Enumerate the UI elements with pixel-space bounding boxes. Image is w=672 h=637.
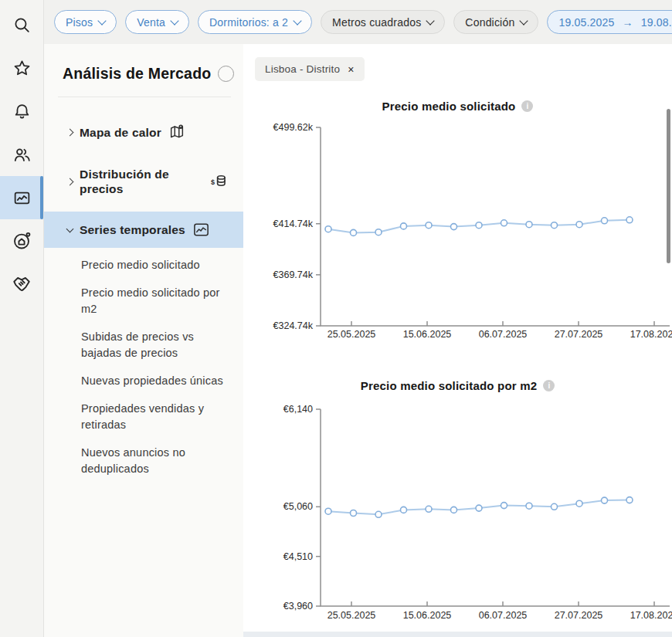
date-range-picker[interactable]: 19.05.2025 → 19.08.20	[547, 10, 672, 34]
next-section-edge	[243, 632, 672, 637]
svg-text:€5,060: €5,060	[283, 501, 313, 512]
svg-text:27.07.2025: 27.07.2025	[555, 610, 603, 621]
svg-text:17.08.2025: 17.08.2025	[630, 329, 672, 340]
svg-text:€4,510: €4,510	[283, 551, 313, 562]
sidebar-subitem[interactable]: Precio medio solicitado	[81, 257, 229, 273]
chevron-right-icon	[66, 128, 74, 136]
arrow-right-icon: →	[622, 16, 633, 29]
filter-label: Metros cuadrados	[332, 16, 421, 29]
nav-label: Mapa de calor	[80, 125, 161, 140]
svg-text:17.08.2025: 17.08.2025	[630, 610, 672, 621]
handshake-icon	[12, 274, 32, 294]
svg-text:€324.74k: €324.74k	[273, 320, 314, 331]
chevron-down-icon	[520, 16, 528, 25]
chevron-down-icon	[426, 16, 435, 25]
filter-square-meters[interactable]: Metros cuadrados	[321, 10, 445, 34]
avg-price-line-plot: €499.62k€414.74k€369.74k€324.74k25.05.20…	[243, 97, 672, 355]
time-series-sublist: Precio medio solicitadoPrecio medio soli…	[44, 257, 243, 477]
main-content: Lisboa - Distrito × Precio medio solicit…	[243, 44, 672, 637]
panel-title-row: Análisis de Mercado	[44, 44, 243, 83]
svg-text:€414.74k: €414.74k	[273, 219, 314, 229]
filter-label: Pisos	[66, 16, 93, 29]
filter-property-type[interactable]: Pisos	[54, 10, 117, 34]
nav-label: Distribución de precios	[80, 167, 182, 196]
date-start: 19.05.2025	[558, 16, 614, 29]
nav-label: Series temporales	[80, 222, 185, 237]
rail-favorites-button[interactable]	[0, 46, 43, 90]
nav-item-heatmap[interactable]: Mapa de calor	[44, 114, 243, 150]
avg-price-m2-line-plot: €6,140€5,060€4,510€3,96025.05.202515.06.…	[243, 371, 672, 637]
avg-price-chart: Precio medio solicitado i €499.62k€414.7…	[243, 97, 672, 355]
chart-icon	[12, 188, 32, 208]
sidebar-subitem[interactable]: Precio medio solicitado por m2	[81, 285, 229, 317]
clipped-circle-icon	[218, 66, 234, 82]
filter-operation[interactable]: Venta	[125, 10, 189, 34]
chevron-down-icon	[66, 225, 74, 232]
date-end: 19.08.20	[641, 16, 672, 29]
rail-search-button[interactable]	[0, 3, 43, 46]
chevron-down-icon	[170, 16, 178, 25]
rail-contacts-button[interactable]	[0, 133, 43, 176]
search-icon	[12, 15, 32, 35]
chip-label: Lisboa - Distrito	[265, 63, 340, 75]
analysis-sidebar: Análisis de Mercado Mapa de calor Distri…	[44, 44, 243, 637]
market-analysis-app: Pisos Venta Dormitorios: a 2 Metros cuad…	[0, 0, 672, 637]
analysis-nav: Mapa de calor Distribución de precios $ …	[44, 114, 243, 477]
vertical-scrollbar[interactable]	[667, 109, 670, 263]
svg-text:27.07.2025: 27.07.2025	[555, 329, 603, 340]
svg-text:15.06.2025: 15.06.2025	[403, 610, 452, 621]
avg-price-m2-chart: Precio medio solicitado por m2 i €6,140€…	[243, 371, 672, 637]
svg-text:€3,960: €3,960	[283, 601, 313, 612]
sidebar-subitem[interactable]: Propiedades vendidas y retiradas	[81, 401, 229, 433]
location-filter-chip[interactable]: Lisboa - Distrito ×	[255, 57, 365, 81]
sidebar-subitem[interactable]: Nuevas propiedades únicas	[81, 373, 229, 389]
svg-text:$: $	[211, 178, 215, 186]
chevron-down-icon	[293, 16, 301, 25]
star-icon	[12, 59, 32, 78]
filter-bedrooms[interactable]: Dormitorios: a 2	[198, 10, 312, 34]
sidebar-subitem[interactable]: Subidas de precios vs bajadas de precios	[81, 329, 229, 361]
chevron-down-icon	[98, 16, 107, 25]
nav-item-price-distribution[interactable]: Distribución de precios $	[44, 158, 243, 205]
timeseries-icon	[192, 221, 210, 239]
filter-label: Condición	[465, 16, 514, 29]
bell-icon	[12, 102, 32, 121]
filter-condition[interactable]: Condición	[453, 10, 538, 34]
svg-text:06.07.2025: 06.07.2025	[479, 610, 528, 621]
users-icon	[12, 145, 32, 164]
filter-bar: Pisos Venta Dormitorios: a 2 Metros cuad…	[44, 0, 672, 44]
nav-item-time-series[interactable]: Series temporales	[44, 212, 243, 248]
svg-text:€369.74k: €369.74k	[273, 269, 314, 280]
svg-text:25.05.2025: 25.05.2025	[328, 329, 376, 340]
rail-notifications-button[interactable]	[0, 90, 43, 133]
svg-text:25.05.2025: 25.05.2025	[328, 610, 376, 621]
svg-text:15.06.2025: 15.06.2025	[403, 329, 452, 340]
svg-text:€499.62k: €499.62k	[273, 122, 314, 133]
close-icon[interactable]: ×	[348, 64, 354, 75]
page-title: Análisis de Mercado	[63, 65, 211, 83]
map-icon	[168, 124, 185, 141]
divider	[58, 97, 231, 97]
rail-deals-button[interactable]	[0, 263, 43, 306]
home-circle-icon	[12, 231, 32, 251]
chevron-right-icon	[66, 178, 74, 185]
filter-label: Dormitorios: a 2	[209, 16, 288, 29]
sidebar-subitem[interactable]: Nuevos anuncios no deduplicados	[81, 445, 229, 477]
rail-analytics-button[interactable]	[0, 176, 43, 219]
coins-icon: $	[209, 172, 228, 191]
filter-label: Venta	[137, 16, 165, 29]
rail-properties-button[interactable]	[0, 219, 43, 263]
svg-text:06.07.2025: 06.07.2025	[479, 329, 528, 340]
svg-text:€6,140: €6,140	[283, 404, 313, 415]
icon-rail	[0, 0, 44, 637]
